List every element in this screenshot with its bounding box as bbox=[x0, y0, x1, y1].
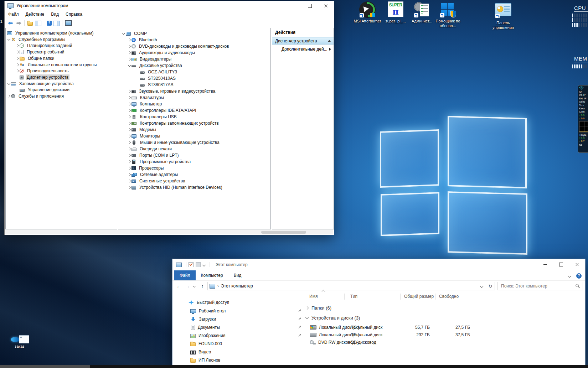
monitor-icon[interactable] bbox=[65, 20, 72, 26]
help-icon[interactable] bbox=[47, 21, 52, 26]
forward-icon[interactable]: → bbox=[183, 283, 192, 289]
nav-item-ip-leonov[interactable]: ИП Леонов bbox=[190, 356, 220, 364]
nav-item-desktop[interactable]: Рабочий стол bbox=[190, 307, 226, 315]
tree-item-task-scheduler[interactable]: Планировщик заданий bbox=[6, 42, 117, 49]
group-expanded-chevron-icon[interactable] bbox=[305, 316, 309, 319]
horizontal-scrollbar[interactable] bbox=[5, 230, 333, 234]
device-category-row[interactable]: Видеоадаптеры bbox=[118, 56, 270, 62]
drive-row-c[interactable]: Локальный диск (C:) Локальный диск 55,7 … bbox=[306, 323, 579, 331]
device-category-row[interactable]: Аудиовходы и аудиовыходы bbox=[118, 50, 270, 56]
title-bar[interactable]: Управление компьютером bbox=[5, 1, 334, 10]
group-folders[interactable]: Папки (6) bbox=[306, 304, 579, 312]
device-category-row[interactable]: Компьютер bbox=[118, 101, 270, 107]
address-bar[interactable]: › Этот компьютер bbox=[207, 282, 477, 290]
search-input[interactable] bbox=[500, 283, 576, 289]
device-category-row[interactable]: Дисковые устройства bbox=[118, 62, 270, 69]
help-icon[interactable] bbox=[576, 273, 582, 279]
taskbar[interactable] bbox=[0, 365, 588, 368]
device-category-row[interactable]: Bluetooth bbox=[118, 37, 270, 43]
menu-help[interactable]: Справка bbox=[66, 12, 82, 17]
customize-qat-chevron-icon[interactable] bbox=[202, 263, 206, 266]
device-category-row[interactable]: Клавиатуры bbox=[118, 94, 270, 101]
actions-more-item[interactable]: Дополнительные дей... bbox=[272, 46, 334, 53]
zakaz-shortcut-icon[interactable] bbox=[19, 335, 29, 343]
taskbar-segment[interactable] bbox=[0, 365, 90, 368]
forward-icon[interactable] bbox=[15, 20, 22, 26]
column-header-name[interactable]: Имя bbox=[306, 294, 344, 299]
nav-item-downloads[interactable]: Загрузки bbox=[190, 315, 216, 323]
tab-view[interactable]: Вид bbox=[228, 270, 247, 280]
tree-item-services[interactable]: Службы и приложения bbox=[6, 93, 117, 99]
nav-item-found000[interactable]: FOUND.000 bbox=[190, 340, 222, 348]
tree-item-shared-folders[interactable]: Общие папки bbox=[6, 55, 117, 62]
column-header-type[interactable]: Тип bbox=[344, 294, 400, 299]
device-root-row[interactable]: COMP bbox=[118, 30, 270, 37]
column-divider[interactable] bbox=[435, 294, 435, 300]
tree-item-computer-management[interactable]: Управление компьютером (локальным) bbox=[6, 30, 117, 36]
group-collapsed-chevron-icon[interactable] bbox=[305, 306, 309, 310]
nav-item-documents[interactable]: Документы bbox=[190, 323, 220, 331]
nav-item-pictures[interactable]: Изображения bbox=[190, 332, 225, 340]
tab-computer[interactable]: Компьютер bbox=[196, 270, 228, 280]
device-row[interactable]: ST3250410AS bbox=[118, 75, 270, 82]
device-category-row[interactable]: Устройства HID (Human Interface Devices) bbox=[118, 184, 270, 191]
tree-item-performance[interactable]: Производительность bbox=[6, 68, 117, 74]
device-category-row[interactable]: Модемы bbox=[118, 126, 270, 133]
close-button[interactable] bbox=[318, 1, 334, 10]
back-icon[interactable]: ← bbox=[175, 283, 183, 289]
maximize-button[interactable] bbox=[302, 1, 318, 10]
desktop-icon-control-panel[interactable]: Панель управления bbox=[487, 1, 520, 30]
device-category-row[interactable]: DVD-дисководы и дисководы компакт-дисков bbox=[118, 43, 270, 50]
title-bar[interactable]: Этот компьютер bbox=[172, 259, 585, 270]
refresh-button[interactable]: ↻ bbox=[486, 282, 495, 290]
device-category-row[interactable]: Мониторы bbox=[118, 133, 270, 139]
close-button[interactable] bbox=[569, 259, 585, 270]
dvd-drive-row[interactable]: DVD RW дисковод (... CD-дисковод bbox=[306, 338, 579, 346]
zakaz-shortcut-icon[interactable] bbox=[11, 337, 19, 342]
tree-item-local-users[interactable]: Локальные пользователи и группы bbox=[6, 62, 117, 68]
show-console-tree-icon[interactable] bbox=[35, 21, 41, 26]
column-divider[interactable] bbox=[344, 294, 345, 300]
group-devices-drives[interactable]: Устройства и диски (3) bbox=[306, 314, 579, 322]
device-category-row[interactable]: Контроллеры IDE ATA/ATAPI bbox=[118, 107, 270, 114]
device-category-row[interactable]: Контроллеры запоминающих устройств bbox=[118, 120, 270, 126]
device-category-row[interactable]: Сетевые адаптеры bbox=[118, 171, 270, 178]
breadcrumb-chevron-icon[interactable]: › bbox=[217, 284, 219, 289]
address-dropdown-button[interactable] bbox=[477, 282, 486, 290]
menu-view[interactable]: Вид bbox=[51, 12, 59, 17]
new-folder-icon[interactable] bbox=[196, 262, 201, 267]
folder-icon[interactable] bbox=[27, 20, 33, 26]
tree-item-disk-management[interactable]: Управление дисками bbox=[6, 87, 117, 93]
device-category-row[interactable]: Звуковые, игровые и видеоустройства bbox=[118, 88, 270, 94]
device-category-row[interactable]: Контроллеры USB bbox=[118, 114, 270, 120]
device-category-row[interactable]: Системные устройства bbox=[118, 178, 270, 184]
tree-item-system-tools[interactable]: Служебные программы bbox=[6, 36, 117, 43]
minimize-button[interactable] bbox=[286, 1, 302, 10]
tree-item-event-viewer[interactable]: Просмотр событий bbox=[6, 49, 117, 55]
search-icon[interactable] bbox=[576, 284, 580, 289]
scrollbar-thumb[interactable] bbox=[261, 231, 306, 234]
column-header-total-size[interactable]: Общий размер bbox=[400, 294, 435, 299]
minimize-button[interactable] bbox=[537, 259, 553, 270]
device-category-row[interactable]: Очереди печати bbox=[118, 146, 270, 152]
column-header-free[interactable]: Свободно bbox=[435, 294, 478, 299]
drive-row-e[interactable]: Локальный диск (E:) Локальный диск 232 Г… bbox=[306, 331, 579, 338]
menu-file[interactable]: Файл bbox=[8, 12, 19, 17]
show-action-pane-icon[interactable] bbox=[53, 21, 60, 26]
properties-icon[interactable] bbox=[189, 262, 194, 267]
device-category-row[interactable]: Порты (COM и LPT) bbox=[118, 152, 270, 159]
search-box[interactable] bbox=[497, 282, 583, 290]
nav-quick-access[interactable]: Быстрый доступ bbox=[189, 299, 229, 306]
column-divider[interactable] bbox=[400, 294, 401, 300]
expand-ribbon-chevron-icon[interactable] bbox=[568, 274, 572, 278]
desktop-icon-update-assistant[interactable]: Помощник по обновл... bbox=[432, 1, 464, 28]
back-icon[interactable] bbox=[7, 20, 14, 26]
device-category-row[interactable]: Процессоры bbox=[118, 165, 270, 171]
device-row[interactable]: OCZ-AGILITY3 bbox=[118, 69, 270, 75]
column-divider[interactable] bbox=[478, 294, 478, 300]
menu-action[interactable]: Действие bbox=[26, 12, 45, 17]
nav-item-videos[interactable]: Видео bbox=[190, 348, 211, 356]
tree-item-storage[interactable]: Запоминающие устройства bbox=[6, 81, 117, 87]
device-row[interactable]: ST380817AS bbox=[118, 82, 270, 88]
actions-device-manager-item[interactable]: Диспетчер устройств bbox=[272, 37, 334, 45]
